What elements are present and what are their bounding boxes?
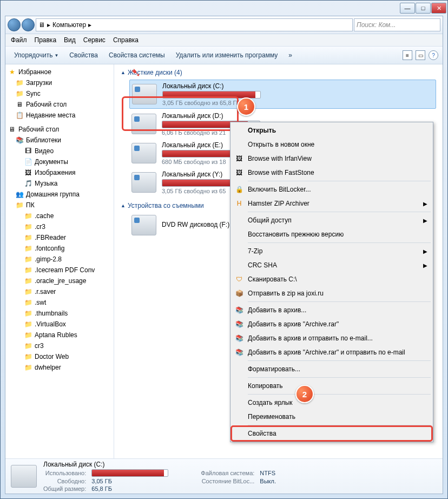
ctx-add-email[interactable]: 📚Добавить в архив и отправить по e-mail.… xyxy=(232,331,432,345)
folder-icon: 📁 xyxy=(24,212,32,220)
image-icon: 🖼 xyxy=(24,168,32,177)
ctx-crc[interactable]: CRC SHA▶ xyxy=(232,258,432,272)
tree-documents[interactable]: 📄Документы xyxy=(5,156,114,167)
tree-folder[interactable]: 📁.cr3 xyxy=(5,221,114,232)
tree-downloads[interactable]: 📁Загрузки xyxy=(5,77,114,88)
ctx-open[interactable]: Открыть xyxy=(232,123,432,137)
computer-icon: 🖥 xyxy=(38,21,45,29)
toolbar-more[interactable]: » xyxy=(284,49,297,61)
breadcrumb-computer[interactable]: Компьютер xyxy=(52,21,86,29)
search-input[interactable]: Поиск: Ком... xyxy=(354,18,440,31)
nav-tree[interactable]: ★Избранное 📁Загрузки 📁Sync 🖥Рабочий стол… xyxy=(5,64,114,458)
tree-music[interactable]: 🎵Музыка xyxy=(5,178,114,189)
tree-favorites[interactable]: ★Избранное xyxy=(5,67,114,77)
organize-button[interactable]: Упорядочить▼ xyxy=(10,49,63,61)
ctx-open-new-window[interactable]: Открыть в новом окне xyxy=(232,137,432,152)
ctx-add-rar-email[interactable]: 📚Добавить в архив "Archive.rar" и отправ… xyxy=(232,345,432,359)
triangle-icon: ▲ xyxy=(121,70,126,75)
context-menu: Открыть Открыть в новом окне 🖼Browse wit… xyxy=(230,122,433,442)
preview-pane-button[interactable]: ▭ xyxy=(416,50,425,60)
tree-folder[interactable]: 📁Doctor Web xyxy=(5,351,114,362)
drive-icon xyxy=(131,114,156,134)
tree-folder[interactable]: 📁.Icecream PDF Conv xyxy=(5,265,114,275)
close-button[interactable]: ✕ xyxy=(431,3,446,14)
winrar-icon: 📚 xyxy=(235,348,243,357)
music-icon: 🎵 xyxy=(24,179,32,188)
ctx-faststone[interactable]: 🖼Browse with FastStone xyxy=(232,166,432,180)
forward-button[interactable] xyxy=(22,18,35,31)
menu-file[interactable]: Файл xyxy=(8,35,30,45)
ctx-shortcut[interactable]: Создать ярлык xyxy=(232,396,432,410)
ctx-format[interactable]: Форматировать... xyxy=(232,362,432,376)
tree-folder[interactable]: 📁.gimp-2.8 xyxy=(5,254,114,265)
drive-name: Локальный диск (C:) xyxy=(162,82,433,90)
tree-folder[interactable]: 📁.VirtualBox xyxy=(5,319,114,330)
tree-folder[interactable]: 📁.oracle_jre_usage xyxy=(5,275,114,286)
winrar-icon: 📚 xyxy=(235,306,243,314)
ctx-rename[interactable]: Переименовать xyxy=(232,410,432,424)
homegroup-icon: 👥 xyxy=(15,190,24,199)
group-hard-disks[interactable]: ▲Жесткие диски (4) xyxy=(121,69,436,76)
folder-icon: 📁 xyxy=(15,89,24,98)
tree-folder[interactable]: 📁Aptana Rubles xyxy=(5,330,114,340)
tree-folder[interactable]: 📁.r.saver xyxy=(5,286,114,297)
help-button[interactable]: ? xyxy=(429,50,438,60)
properties-button[interactable]: Свойства xyxy=(65,49,102,61)
uninstall-button[interactable]: Удалить или изменить программу xyxy=(172,49,282,61)
tree-recent[interactable]: 📋Недавние места xyxy=(5,110,114,121)
menu-view[interactable]: Вид xyxy=(61,35,79,45)
video-icon: 🎞 xyxy=(24,147,32,155)
winrar-icon: 📚 xyxy=(235,320,243,329)
maximize-button[interactable]: □ xyxy=(416,3,431,14)
ctx-irfanview[interactable]: 🖼Browse with IrfanView xyxy=(232,152,432,166)
breadcrumb-arrow[interactable]: ▸ xyxy=(88,21,91,29)
ctx-share[interactable]: Общий доступ▶ xyxy=(232,213,432,227)
toolbar: Упорядочить▼ Свойства Свойства системы У… xyxy=(5,47,443,64)
menu-bar: Файл Правка Вид Сервис Справка xyxy=(5,34,443,47)
drive-c[interactable]: Локальный диск (C:) 3,05 ГБ свободно из … xyxy=(129,80,436,109)
tree-folder[interactable]: 📁.fontconfig xyxy=(5,243,114,254)
tree-pc[interactable]: 📁ПК xyxy=(5,200,114,211)
ctx-restore[interactable]: Восстановить прежнюю версию xyxy=(232,227,432,241)
tree-folder[interactable]: 📁.swt xyxy=(5,297,114,308)
folder-icon: 📁 xyxy=(24,233,32,242)
view-mode-button[interactable]: ≡ xyxy=(403,50,412,60)
minimize-button[interactable]: — xyxy=(400,3,415,14)
menu-help[interactable]: Справка xyxy=(110,35,142,45)
ctx-hamster[interactable]: HHamster ZIP Archiver▶ xyxy=(232,196,432,211)
tree-sync[interactable]: 📁Sync xyxy=(5,88,114,99)
doc-icon: 📄 xyxy=(24,157,32,166)
breadcrumb-arrow[interactable]: ▸ xyxy=(47,21,50,29)
back-button[interactable] xyxy=(8,18,21,31)
ctx-bitlocker[interactable]: 🔒Включить BitLocker... xyxy=(232,182,432,196)
menu-edit[interactable]: Правка xyxy=(31,35,60,45)
tree-images[interactable]: 🖼Изображения xyxy=(5,167,114,178)
tree-desktop[interactable]: 🖥Рабочий стол xyxy=(5,99,114,110)
menu-service[interactable]: Сервис xyxy=(80,35,109,45)
folder-icon: 📁 xyxy=(24,331,32,339)
ctx-scan[interactable]: 🛡Сканировать C:\ xyxy=(232,272,432,286)
ctx-add-rar[interactable]: 📚Добавить в архив "Archive.rar" xyxy=(232,317,432,331)
tree-folder[interactable]: 📁.FBReader xyxy=(5,232,114,243)
ctx-add-archive[interactable]: 📚Добавить в архив... xyxy=(232,303,432,317)
ctx-joxi[interactable]: 📦Отправить в zip на joxi.ru xyxy=(232,286,432,300)
status-free-label: Свободно: xyxy=(43,478,86,484)
system-properties-button[interactable]: Свойства системы xyxy=(104,49,169,61)
lock-icon: 🔒 xyxy=(235,185,243,194)
breadcrumb[interactable]: 🖥 ▸ Компьютер ▸ xyxy=(36,18,353,31)
status-fs-value: NTFS xyxy=(260,470,276,476)
tree-folder[interactable]: 📁dwhelper xyxy=(5,362,114,373)
ctx-7zip[interactable]: 7-Zip▶ xyxy=(232,244,432,258)
tree-folder[interactable]: 📁.thumbnails xyxy=(5,308,114,319)
folder-icon: 📁 xyxy=(24,342,32,350)
tree-libraries[interactable]: 📚Библиотеки xyxy=(5,135,114,146)
tree-video[interactable]: 🎞Видео xyxy=(5,146,114,156)
tree-desktop2[interactable]: 🖥Рабочий стол xyxy=(5,124,114,135)
folder-icon: 📁 xyxy=(15,78,24,87)
tree-folder[interactable]: 📁.cache xyxy=(5,211,114,221)
tree-homegroup[interactable]: 👥Домашняя группа xyxy=(5,189,114,200)
ctx-properties[interactable]: Свойства xyxy=(232,426,432,441)
ctx-copy[interactable]: Копировать xyxy=(232,379,432,393)
status-used-bar xyxy=(91,469,168,477)
tree-folder[interactable]: 📁cr3 xyxy=(5,340,114,351)
